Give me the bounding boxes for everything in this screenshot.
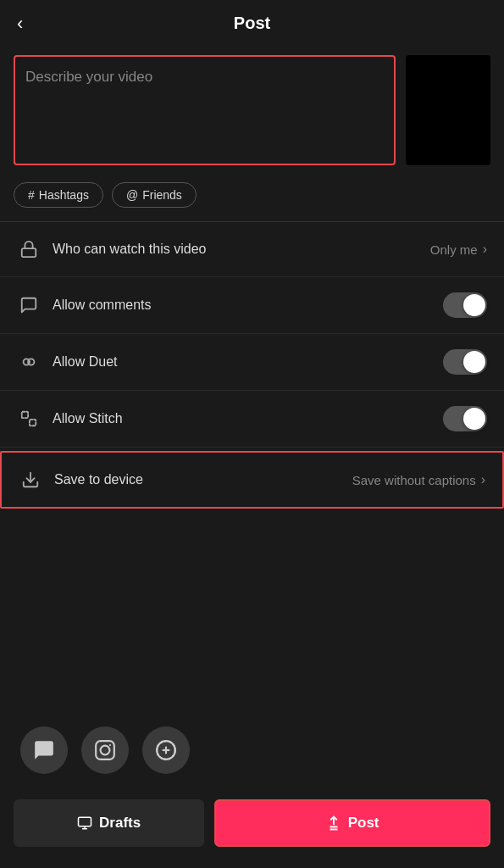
social-share-row [0,709,504,791]
comments-toggle-knob [463,294,485,316]
svg-point-7 [101,746,110,755]
save-device-label: Save to device [54,472,352,487]
who-can-watch-label: Who can watch this video [53,242,430,257]
chevron-right-icon: › [483,242,487,257]
duet-icon [17,350,41,374]
bottom-actions: Drafts Post [0,791,504,864]
save-without-captions-text: Save without captions [352,473,476,487]
save-device-chevron: › [481,472,485,487]
allow-stitch-label: Allow Stitch [53,411,443,426]
stitch-toggle[interactable] [443,406,487,431]
hash-icon: # [28,188,35,202]
message-share-button[interactable] [20,726,68,774]
post-icon [326,815,341,831]
download-icon [19,468,42,492]
settings-list: Who can watch this video Only me › Allow… [0,222,504,512]
comment-icon [17,293,41,317]
allow-duet-label: Allow Duet [53,354,443,370]
svg-rect-0 [22,248,36,257]
lock-icon [17,237,41,261]
stitch-toggle-knob [463,408,485,430]
drafts-button[interactable]: Drafts [14,799,204,847]
top-section: Describe your video [0,47,504,174]
at-icon: @ [126,188,138,202]
post-label: Post [348,815,379,832]
allow-comments-toggle[interactable] [443,292,487,318]
drafts-label: Drafts [99,815,141,832]
description-input[interactable]: Describe your video [14,55,396,165]
duet-toggle-knob [463,351,485,373]
back-button[interactable]: ‹ [17,13,23,35]
stitch-icon [17,407,41,431]
setting-who-can-watch[interactable]: Who can watch this video Only me › [0,222,504,277]
svg-point-8 [109,744,111,746]
comments-toggle[interactable] [443,292,487,318]
only-me-text: Only me [430,242,478,257]
post-button[interactable]: Post [214,799,490,847]
allow-duet-toggle[interactable] [443,349,487,375]
duet-toggle[interactable] [443,349,487,375]
setting-allow-stitch[interactable]: Allow Stitch [0,391,504,448]
header: ‹ Post [0,0,504,47]
who-can-watch-right: Only me › [430,242,487,257]
svg-rect-3 [22,412,28,418]
save-device-right: Save without captions › [352,472,485,487]
setting-allow-duet[interactable]: Allow Duet [0,334,504,391]
setting-save-device[interactable]: Save to device Save without captions › [0,451,504,509]
svg-rect-4 [30,420,36,426]
spacer [0,512,504,709]
description-placeholder: Describe your video [25,69,152,85]
page-title: Post [234,14,270,33]
setting-allow-comments[interactable]: Allow comments [0,277,504,334]
drafts-icon [77,815,92,831]
svg-rect-13 [79,817,91,826]
allow-stitch-toggle[interactable] [443,406,487,431]
video-thumbnail [406,55,490,165]
svg-rect-6 [96,741,114,760]
instagram-share-button[interactable] [81,726,129,774]
tags-row: # Hashtags @ Friends [0,174,504,221]
allow-comments-label: Allow comments [53,298,443,313]
add-to-story-button[interactable] [142,726,190,774]
hashtags-button[interactable]: # Hashtags [14,182,103,208]
friends-button[interactable]: @ Friends [112,182,197,208]
